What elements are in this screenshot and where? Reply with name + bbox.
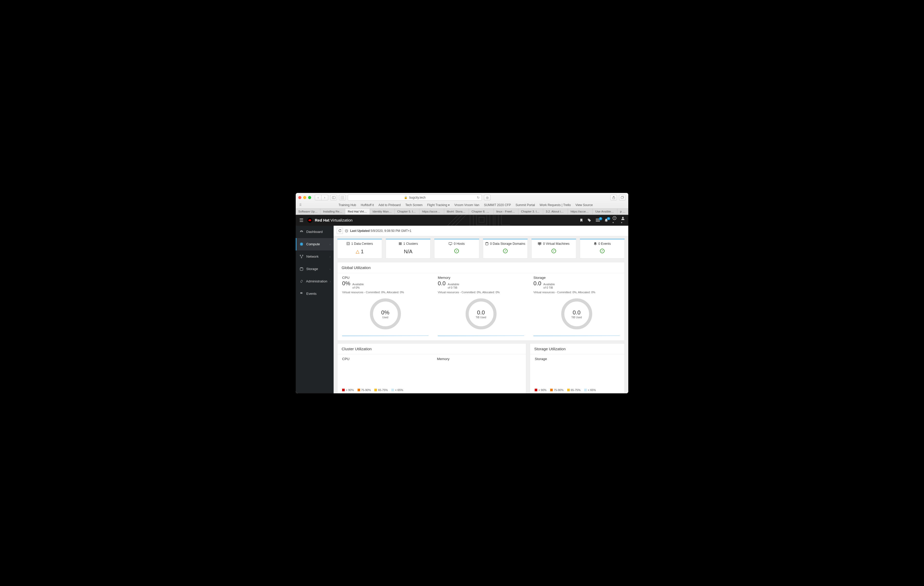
bell-icon[interactable]: 0: [605, 219, 608, 222]
sidebar-item-administration[interactable]: Administration›: [296, 275, 333, 288]
stat-card-events[interactable]: 0 Events✓: [580, 239, 625, 258]
stat-card-data-storage-domains[interactable]: 0 Data Storage Domains✓: [483, 239, 528, 258]
last-updated-bar: Last Updated 5/9/2020, 9:08:50 PM GMT+1: [333, 226, 628, 236]
address-bar[interactable]: 🔒 bugcity.tech ↻: [348, 194, 482, 201]
favorite-link[interactable]: Flight Tracking ▾: [427, 203, 450, 207]
back-button[interactable]: ‹: [315, 195, 322, 200]
brand-text-1: Red Hat: [315, 218, 330, 222]
browser-tab[interactable]: libvirt: Storage...: [444, 209, 469, 214]
favorite-link[interactable]: Huffduff it: [361, 203, 374, 207]
browser-tab[interactable]: Use Ansible an...: [593, 209, 617, 214]
favorite-link[interactable]: Tech Screen: [405, 203, 422, 207]
admin-icon: [300, 279, 304, 283]
svg-rect-31: [300, 255, 301, 256]
browser-tab[interactable]: Chapter 8. Pre...: [469, 209, 494, 214]
refresh-button[interactable]: [337, 228, 343, 234]
favorite-link[interactable]: Work Requests | Trello: [540, 203, 571, 207]
legend-swatch: [584, 389, 587, 391]
browser-tab[interactable]: 3.2. About ipa-...: [543, 209, 568, 214]
legend-label: < 65%: [395, 389, 403, 392]
storage-utilization-title: Storage Utilization: [530, 344, 624, 354]
tag-icon[interactable]: [587, 219, 591, 222]
svg-rect-38: [399, 242, 402, 243]
svg-rect-3: [342, 196, 343, 197]
util-small-text: Availableof 0%: [352, 283, 364, 290]
stat-card-data-centers[interactable]: 1 Data Centers△1: [337, 239, 382, 258]
minimize-window-button[interactable]: [303, 196, 306, 199]
chevron-right-icon: ›: [330, 255, 330, 258]
stat-value: N/A: [404, 248, 412, 255]
sidebar-item-dashboard[interactable]: Dashboard: [296, 226, 333, 238]
favorite-link[interactable]: Summit Portal: [516, 203, 535, 207]
fullscreen-window-button[interactable]: [308, 196, 311, 199]
donut-value: 0.0: [573, 309, 581, 316]
legend-swatch: [375, 389, 377, 391]
svg-rect-41: [449, 242, 452, 245]
tabs-overview-button[interactable]: [619, 195, 626, 200]
svg-rect-33: [301, 257, 302, 258]
sidebar-item-events[interactable]: Events: [296, 288, 333, 300]
util-big-value: 0.0: [533, 280, 541, 287]
browser-tab[interactable]: Chapter 3. Inst...: [518, 209, 543, 214]
favorite-link[interactable]: Training Hub: [338, 203, 356, 207]
browser-tab[interactable]: Red Hat Virtual...: [345, 209, 370, 214]
grid-button[interactable]: [339, 195, 346, 200]
stat-value: 1: [361, 248, 364, 255]
stat-card-clusters[interactable]: 1 ClustersN/A: [386, 239, 431, 258]
svg-rect-44: [539, 243, 541, 244]
window-controls: [298, 196, 311, 199]
svg-rect-39: [399, 243, 402, 244]
favorite-link[interactable]: View Source: [576, 203, 593, 207]
user-menu-icon[interactable]: ▾: [621, 217, 625, 224]
hamburger-icon[interactable]: ☰: [299, 217, 304, 223]
cluster-utilization-title: Cluster Utilization: [337, 344, 526, 354]
util-vr-text: Virtual resources - Committed: 0%, Alloc…: [533, 291, 620, 294]
privacy-button[interactable]: ◎: [484, 195, 491, 200]
util-vr-text: Virtual resources - Committed: 0%, Alloc…: [438, 291, 524, 294]
ok-icon: ✓: [551, 248, 556, 253]
favorite-link[interactable]: Vroom Vroom Van: [454, 203, 479, 207]
help-icon[interactable]: ? ▾: [612, 216, 616, 224]
sparkline: [533, 336, 620, 336]
stat-card-hosts[interactable]: 0 Hosts✓: [434, 239, 479, 258]
legend-label: > 90%: [538, 389, 546, 392]
util-big-value: 0%: [342, 280, 350, 287]
browser-tab[interactable]: p Coc...: [617, 209, 628, 214]
reload-icon[interactable]: ↻: [477, 196, 480, 199]
legend-item: 75-90%: [358, 389, 371, 392]
browser-tab[interactable]: Software Upda...: [296, 209, 320, 214]
browser-tab[interactable]: Identity Manag...: [370, 209, 395, 214]
chevron-right-icon: ›: [330, 268, 330, 271]
storage-utilization-panel: Storage Utilization Storage > 90%75-90%6…: [530, 343, 625, 393]
svg-rect-7: [343, 197, 344, 198]
close-window-button[interactable]: [298, 196, 301, 199]
stat-cards-row: 1 Data Centers△11 ClustersN/A0 Hosts✓0 D…: [333, 236, 628, 260]
browser-tab[interactable]: Chapter 5. Inst...: [395, 209, 419, 214]
cluster-memory-heading: Memory: [437, 357, 521, 361]
sparkline: [438, 336, 524, 336]
browser-tab[interactable]: https://access....: [568, 209, 593, 214]
favorite-link[interactable]: Add to Pinboard: [378, 203, 401, 207]
sidebar-item-compute[interactable]: Compute›: [296, 238, 333, 250]
svg-rect-40: [399, 244, 402, 245]
sidebar-item-storage[interactable]: Storage›: [296, 263, 333, 275]
favorite-link[interactable]: SUMMIT 2020 CFP: [484, 203, 511, 207]
legend-label: 75-90%: [361, 389, 371, 392]
tasks-icon[interactable]: 0: [596, 219, 600, 222]
sidebar-item-network[interactable]: Network›: [296, 250, 333, 263]
legend-swatch: [358, 389, 360, 391]
legend-swatch: [391, 389, 394, 391]
browser-tab[interactable]: https://access....: [419, 209, 444, 214]
browser-tab[interactable]: Installing Red...: [320, 209, 345, 214]
stat-icon: [346, 242, 350, 245]
stat-card-virtual-machines[interactable]: 0 Virtual Machines✓: [531, 239, 576, 258]
app-root: ☰ Red Hat Virtualization 0 0 ? ▾ ▾: [296, 215, 628, 393]
browser-tab[interactable]: linux - FreeIPA...: [494, 209, 518, 214]
forward-button[interactable]: ›: [322, 195, 328, 200]
share-button[interactable]: [610, 195, 617, 200]
bookmark-icon[interactable]: [580, 219, 583, 222]
svg-rect-9: [342, 199, 343, 199]
chevron-right-icon: ›: [330, 280, 331, 283]
sidebar-toggle-button[interactable]: [330, 195, 337, 200]
svg-rect-37: [347, 243, 349, 245]
